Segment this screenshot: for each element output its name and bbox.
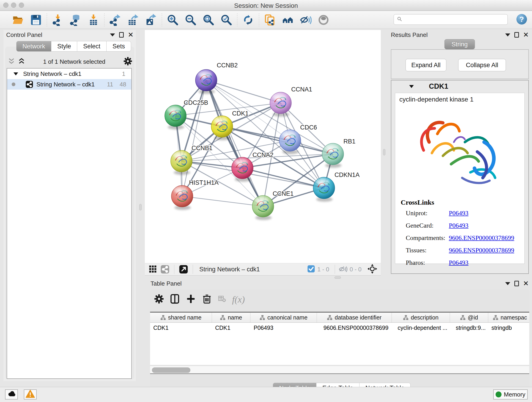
function-builder-icon: f(x): [232, 294, 245, 305]
refresh-layout-button[interactable]: [239, 12, 257, 27]
tab-network[interactable]: Network: [16, 41, 51, 51]
network-share-icon[interactable]: [159, 262, 171, 277]
expand-all-networks-icon[interactable]: [18, 57, 25, 66]
node-HIST1H1A[interactable]: HIST1H1A: [171, 179, 219, 210]
control-panel-close-icon[interactable]: ✕: [128, 32, 133, 38]
node-CCNE1[interactable]: CCNE1: [252, 190, 294, 220]
table-cell[interactable]: stringdb:9...: [450, 323, 488, 333]
control-panel-title: Control Panel: [6, 32, 42, 38]
edge-CCNB2-CCNE1[interactable]: [206, 80, 263, 206]
open-session-button[interactable]: [9, 12, 27, 27]
results-panel-close-icon[interactable]: ✕: [523, 32, 529, 38]
collapse-all-networks-icon[interactable]: [8, 57, 15, 66]
save-session-button[interactable]: [27, 12, 45, 27]
collapse-all-button[interactable]: Collapse All: [458, 59, 506, 71]
control-panel-tabs: NetworkStyleSelectSets: [16, 41, 131, 51]
network-collection-row[interactable]: String Network – cdk1 1: [7, 69, 131, 79]
right-splitter-handle[interactable]: [383, 149, 385, 155]
network-canvas[interactable]: CCNB2 CCNA1 CDC25B: [145, 30, 381, 263]
export-table-button[interactable]: [124, 12, 142, 27]
table-options-gear-icon[interactable]: [154, 294, 164, 305]
import-database-button[interactable]: [67, 12, 85, 27]
table-cell[interactable]: CDK1: [212, 323, 250, 333]
node-CDC6[interactable]: CDC6: [279, 124, 317, 154]
crosslink-link[interactable]: 9606.ENSP00000378699: [449, 234, 514, 242]
birdseye-grid-icon[interactable]: [147, 262, 159, 277]
zoom-out-button[interactable]: [182, 12, 200, 27]
gene-collapse-icon[interactable]: [409, 85, 414, 88]
bottom-splitter-handle[interactable]: [335, 276, 341, 279]
tab-select[interactable]: Select: [77, 41, 107, 51]
delete-column-trash-icon[interactable]: [202, 294, 212, 305]
table-cell[interactable]: stringdb: [488, 323, 529, 333]
results-entry-box: CDK1 cyclin-dependent kinase 1: [391, 80, 529, 274]
crosslink-link[interactable]: P06493: [449, 222, 469, 229]
tab-string[interactable]: String: [444, 39, 475, 49]
open-in-window-icon[interactable]: [177, 262, 190, 277]
crosslink-link[interactable]: 9606.ENSP00000378699: [449, 247, 514, 254]
zoom-in-icon: [167, 14, 179, 26]
expand-all-button[interactable]: Expand All: [405, 59, 446, 71]
help-button[interactable]: ?: [516, 14, 527, 25]
table-panel-float-icon[interactable]: [514, 281, 519, 286]
show-columns-icon[interactable]: [170, 294, 180, 305]
control-panel-float-icon[interactable]: [119, 32, 124, 38]
table-cell[interactable]: cyclin-dependent ...: [392, 323, 450, 333]
search-input[interactable]: [403, 15, 507, 24]
first-neighbors-button[interactable]: [279, 12, 297, 27]
clone-network-button[interactable]: [261, 12, 279, 27]
table-cell[interactable]: CDK1: [150, 323, 212, 333]
results-panel-float-icon[interactable]: [514, 32, 519, 38]
tab-sets[interactable]: Sets: [107, 41, 131, 51]
crosslink-link[interactable]: P06493: [449, 259, 469, 266]
left-splitter-handle[interactable]: [139, 204, 142, 211]
column-header-name[interactable]: name: [212, 313, 250, 322]
show-all-button[interactable]: [315, 12, 332, 27]
crosslink-link[interactable]: P06493: [449, 210, 469, 217]
warnings-button[interactable]: [24, 389, 37, 400]
table-cell[interactable]: P06493: [250, 323, 317, 333]
edge-CCNB2-HIST1H1A[interactable]: [182, 80, 206, 196]
scrollbar-thumb[interactable]: [152, 367, 190, 373]
edge-CCNB2-CCNA1[interactable]: [206, 80, 281, 103]
column-header-namespac[interactable]: namespac: [488, 313, 529, 322]
column-header-database-identifier[interactable]: database identifier: [317, 313, 392, 322]
network-options-gear-icon[interactable]: [123, 57, 132, 66]
table-horizontal-scrollbar[interactable]: [150, 366, 529, 374]
zoom-in-button[interactable]: [164, 12, 182, 27]
fit-selected-crosshair-icon[interactable]: [367, 264, 377, 274]
node-RB1[interactable]: RB1: [322, 138, 355, 168]
export-network-button[interactable]: [106, 12, 124, 27]
tab-style[interactable]: Style: [51, 41, 77, 51]
collection-expander-icon[interactable]: [13, 72, 18, 75]
column-header-@id[interactable]: @id: [450, 313, 488, 322]
export-image-button[interactable]: [142, 12, 160, 27]
memory-button[interactable]: Memory: [493, 389, 528, 400]
column-header-description[interactable]: description: [392, 313, 450, 322]
column-header-shared-name[interactable]: shared name: [150, 313, 212, 322]
selected-checkbox-icon[interactable]: [307, 265, 315, 274]
node-CCNB2[interactable]: CCNB2: [196, 62, 238, 94]
edge-CCNE1-HIST1H1A[interactable]: [182, 196, 263, 206]
results-panel-menu-icon[interactable]: [505, 33, 510, 36]
table-cell[interactable]: 9606.ENSP00000378699: [317, 323, 392, 333]
column-header-canonical-name[interactable]: canonical name: [250, 313, 317, 322]
import-network-button[interactable]: [49, 12, 67, 27]
cloud-status-button[interactable]: [5, 389, 18, 400]
control-panel-menu-icon[interactable]: [110, 33, 115, 36]
gene-entry-header[interactable]: CDK1: [391, 80, 528, 92]
zoom-fit-icon: [203, 14, 215, 26]
table-row[interactable]: CDK1CDK1P064939606.ENSP00000378699cyclin…: [150, 323, 529, 333]
zoom-fit-button[interactable]: [200, 12, 217, 27]
import-table-button[interactable]: [85, 12, 102, 27]
add-column-icon[interactable]: [186, 294, 196, 305]
node-CCNA1[interactable]: CCNA1: [270, 86, 312, 117]
network-row[interactable]: String Network – cdk1 11 48: [7, 79, 131, 89]
crosslinks-heading: CrossLinks: [401, 198, 514, 206]
hidden-eye-icon[interactable]: [338, 264, 347, 274]
zoom-selected-button[interactable]: [217, 12, 235, 27]
table-panel-menu-icon[interactable]: [505, 282, 510, 285]
node-CDKN1A[interactable]: CDKN1A: [313, 172, 360, 202]
hide-selected-button[interactable]: [297, 12, 315, 27]
table-panel-close-icon[interactable]: ✕: [523, 281, 529, 286]
